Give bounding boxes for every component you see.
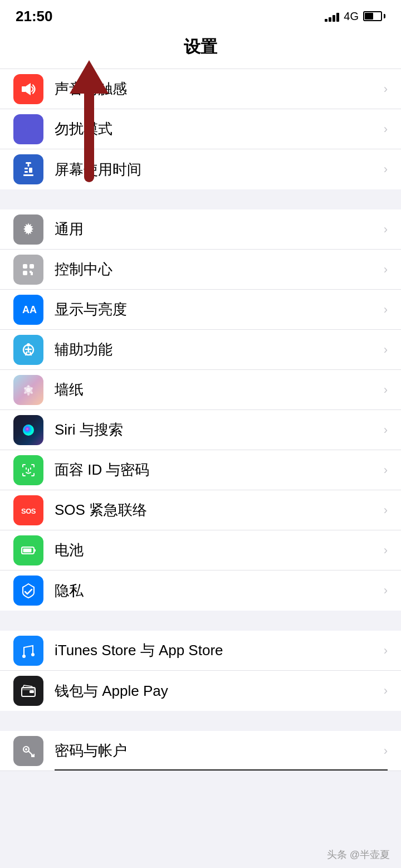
settings-item-sos[interactable]: SOS SOS 紧急联络 › (0, 490, 401, 530)
svg-rect-5 (26, 162, 31, 164)
svg-rect-3 (22, 86, 26, 92)
siri-label: Siri 与搜索 (55, 420, 379, 440)
battery-label: 电池 (55, 540, 379, 560)
faceid-chevron: › (384, 463, 388, 477)
itunes-icon (13, 636, 43, 666)
svg-point-41 (31, 653, 35, 656)
general-label: 通用 (55, 220, 379, 239)
sound-chevron: › (384, 82, 388, 96)
wallet-label: 钱包与 Apple Pay (55, 681, 379, 701)
settings-item-privacy[interactable]: 隐私 › (0, 570, 401, 611)
settings-item-general[interactable]: 通用 › (0, 209, 401, 250)
settings-item-screentime[interactable]: 屏幕使用时间 › (0, 149, 401, 189)
keychain-label: 密码与帐户 (55, 741, 379, 760)
svg-rect-6 (28, 164, 30, 167)
signal-icon (325, 11, 339, 22)
svg-rect-44 (30, 690, 34, 693)
separator-2 (0, 611, 401, 631)
svg-point-31 (24, 387, 26, 389)
privacy-label: 隐私 (55, 581, 379, 601)
svg-rect-7 (25, 168, 28, 169)
settings-item-dnd[interactable]: 勿扰模式 › (0, 109, 401, 149)
svg-rect-9 (29, 168, 32, 173)
accessibility-chevron: › (384, 343, 388, 357)
sos-chevron: › (384, 503, 388, 518)
settings-item-itunes[interactable]: iTunes Store 与 App Store › (0, 631, 401, 671)
settings-group-4: 密码与帐户 › (0, 731, 401, 771)
battery-icon (363, 11, 385, 21)
settings-item-faceid[interactable]: 面容 ID 与密码 › (0, 450, 401, 490)
siri-chevron: › (384, 423, 388, 437)
svg-point-25 (26, 388, 31, 392)
dnd-label: 勿扰模式 (55, 119, 379, 139)
wallet-chevron: › (384, 684, 388, 698)
privacy-chevron: › (384, 583, 388, 598)
dnd-chevron: › (384, 122, 388, 136)
controlcenter-label: 控制中心 (55, 260, 379, 279)
svg-point-46 (25, 748, 27, 750)
settings-item-accessibility[interactable]: 辅助功能 › (0, 330, 401, 370)
wallpaper-label: 墙纸 (55, 380, 379, 399)
siri-icon (13, 415, 43, 445)
svg-point-30 (24, 392, 26, 394)
general-icon (13, 214, 43, 245)
wallpaper-chevron: › (384, 383, 388, 397)
sound-icon (13, 74, 43, 104)
display-icon: AA (13, 295, 43, 325)
battery-chevron: › (384, 543, 388, 558)
svg-rect-10 (23, 174, 33, 176)
keychain-icon (13, 736, 43, 766)
svg-point-27 (31, 387, 33, 389)
controlcenter-icon (13, 255, 43, 285)
faceid-label: 面容 ID 与密码 (55, 460, 379, 480)
controlcenter-chevron: › (384, 262, 388, 277)
display-chevron: › (384, 303, 388, 317)
svg-rect-38 (23, 548, 32, 552)
svg-point-32 (23, 425, 34, 436)
separator-3 (0, 711, 401, 731)
settings-group-2: 通用 › 控制中心 › AA 显示与亮度 › (0, 209, 401, 611)
keychain-chevron: › (384, 744, 388, 758)
svg-rect-14 (23, 271, 27, 275)
svg-rect-39 (34, 549, 36, 552)
screentime-chevron: › (384, 162, 388, 177)
display-label: 显示与亮度 (55, 300, 379, 319)
svg-point-28 (31, 392, 33, 394)
watermark: 头条 @半壶夏 (327, 848, 390, 861)
accessibility-icon (13, 335, 43, 365)
page-title-bar: 设置 (0, 30, 401, 69)
separator-1 (0, 189, 401, 209)
settings-item-battery[interactable]: 电池 › (0, 530, 401, 570)
status-bar: 21:50 4G (0, 0, 401, 30)
accessibility-label: 辅助功能 (55, 340, 379, 359)
wallpaper-icon (13, 375, 43, 405)
settings-item-controlcenter[interactable]: 控制中心 › (0, 250, 401, 290)
settings-item-siri[interactable]: Siri 与搜索 › (0, 410, 401, 450)
svg-rect-13 (30, 264, 34, 269)
settings-group-3: iTunes Store 与 App Store › 钱包与 Apple Pay… (0, 631, 401, 711)
settings-item-sound[interactable]: 声音与触感 › (0, 69, 401, 109)
svg-rect-8 (25, 171, 28, 173)
settings-item-display[interactable]: AA 显示与亮度 › (0, 290, 401, 330)
settings-item-keychain[interactable]: 密码与帐户 › (0, 731, 401, 771)
svg-rect-43 (22, 687, 35, 690)
svg-rect-16 (30, 271, 32, 273)
faceid-icon (13, 455, 43, 485)
svg-text:SOS: SOS (21, 507, 36, 515)
itunes-label: iTunes Store 与 App Store (55, 641, 379, 660)
page-title: 设置 (0, 36, 401, 58)
general-chevron: › (384, 222, 388, 237)
screentime-label: 屏幕使用时间 (55, 160, 379, 179)
itunes-chevron: › (384, 643, 388, 658)
svg-rect-12 (23, 264, 27, 269)
settings-item-wallpaper[interactable]: 墙纸 › (0, 370, 401, 410)
screentime-icon (13, 154, 43, 184)
settings-group-1: 声音与触感 › 勿扰模式 › 屏幕使用时间 › (0, 69, 401, 189)
wallet-icon (13, 676, 43, 706)
partial-underline (55, 769, 388, 771)
status-icons: 4G (325, 10, 385, 23)
settings-item-wallet[interactable]: 钱包与 Apple Pay › (0, 671, 401, 711)
svg-point-29 (27, 393, 30, 396)
sos-icon: SOS (13, 495, 43, 525)
battery-settings-icon (13, 535, 43, 565)
